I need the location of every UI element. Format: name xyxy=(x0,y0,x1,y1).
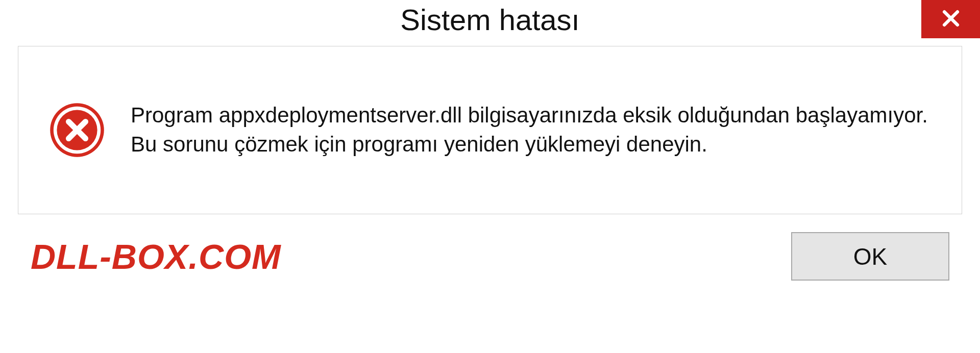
error-message: Program appxdeploymentserver.dll bilgisa… xyxy=(131,101,931,159)
dialog-title: Sistem hatası xyxy=(400,3,579,37)
error-icon xyxy=(49,102,105,158)
dialog-content: Program appxdeploymentserver.dll bilgisa… xyxy=(18,46,962,214)
close-icon xyxy=(940,7,962,32)
dialog-footer: DLL-BOX.COM OK xyxy=(0,214,980,281)
close-button[interactable] xyxy=(921,0,980,38)
ok-button[interactable]: OK xyxy=(791,232,949,281)
watermark-text: DLL-BOX.COM xyxy=(31,237,281,276)
titlebar: Sistem hatası xyxy=(0,0,980,46)
